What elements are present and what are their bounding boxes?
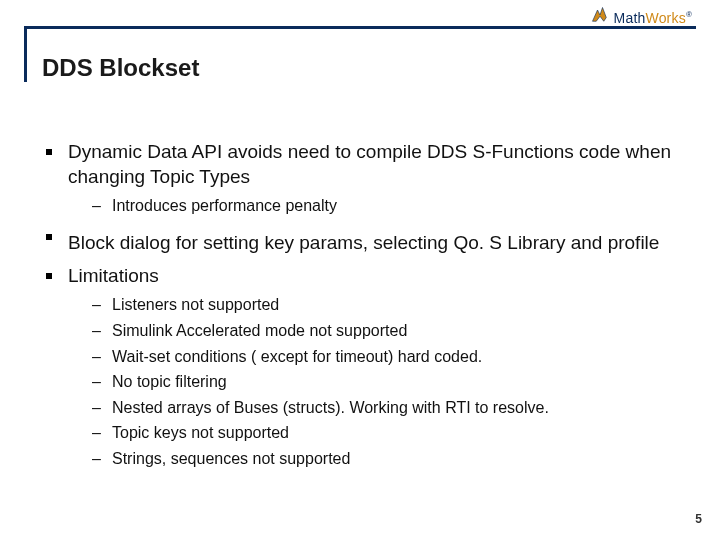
brand: MathWorks® bbox=[584, 0, 692, 26]
bullet-3-sub-4: No topic filtering bbox=[92, 371, 686, 393]
bullet-3-sub-1: Listeners not supported bbox=[92, 294, 686, 316]
bullet-3-sub-5: Nested arrays of Buses (structs). Workin… bbox=[92, 397, 686, 419]
bullet-3-sub-2: Simulink Accelerated mode not supported bbox=[92, 320, 686, 342]
header-rule bbox=[24, 26, 696, 29]
brand-registered: ® bbox=[686, 10, 692, 19]
header-left-accent bbox=[24, 26, 27, 82]
mathworks-logo-icon bbox=[590, 5, 610, 25]
bullet-2-text: Block dialog for setting key params, sel… bbox=[68, 232, 659, 253]
bullet-3-sub-6: Topic keys not supported bbox=[92, 422, 686, 444]
bullet-3: Limitations Listeners not supported Simu… bbox=[42, 264, 686, 470]
bullet-1-sublist: Introduces performance penalty bbox=[92, 195, 686, 217]
bullet-1: Dynamic Data API avoids need to compile … bbox=[42, 140, 686, 217]
bullet-3-text: Limitations bbox=[68, 265, 159, 286]
brand-name: MathWorks® bbox=[614, 10, 692, 26]
bullet-3-sub-3: Wait-set conditions ( except for timeout… bbox=[92, 346, 686, 368]
slide-title: DDS Blockset bbox=[42, 54, 199, 82]
bullet-3-sublist: Listeners not supported Simulink Acceler… bbox=[92, 294, 686, 469]
bullet-1-sub-1: Introduces performance penalty bbox=[92, 195, 686, 217]
bullet-1-text: Dynamic Data API avoids need to compile … bbox=[68, 141, 671, 187]
bullet-2: Block dialog for setting key params, sel… bbox=[42, 225, 686, 256]
bullet-3-sub-7: Strings, sequences not supported bbox=[92, 448, 686, 470]
brand-name-suffix: Works bbox=[645, 10, 685, 26]
bullet-list: Dynamic Data API avoids need to compile … bbox=[42, 140, 686, 470]
page-number: 5 bbox=[695, 512, 702, 526]
brand-name-prefix: Math bbox=[614, 10, 646, 26]
slide-body: Dynamic Data API avoids need to compile … bbox=[42, 140, 686, 478]
